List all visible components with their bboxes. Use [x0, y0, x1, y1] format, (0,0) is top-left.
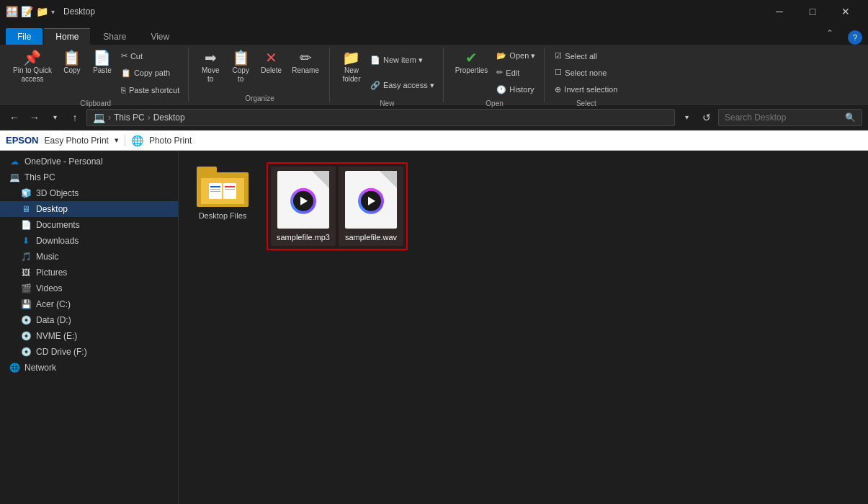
file-area: Desktop Files samplefile.mp3 — [179, 151, 868, 504]
photo-print-globe-icon: 🌐 — [131, 135, 143, 146]
rename-icon: ✏ — [300, 50, 312, 65]
rename-button[interactable]: ✏ Rename — [287, 48, 323, 78]
epson-dropdown-button[interactable]: ▾ — [115, 136, 119, 145]
sidebar-item-pictures[interactable]: 🖼 Pictures — [0, 265, 178, 280]
sidebar-item-acerc[interactable]: 💾 Acer (C:) — [0, 296, 178, 312]
recent-button[interactable]: ▾ — [46, 109, 63, 126]
new-folder-button[interactable]: 📁 Newfolder — [337, 48, 366, 87]
windows-icon: 🪟 — [6, 6, 18, 17]
folder-desktop-files[interactable]: Desktop Files — [190, 162, 255, 224]
select-none-button[interactable]: ☐ Select none — [552, 66, 620, 79]
onedrive-icon: ☁ — [9, 156, 20, 167]
tab-home[interactable]: Home — [44, 28, 90, 45]
file-samplefile-mp3[interactable]: samplefile.mp3 — [271, 167, 336, 246]
network-icon: 🌐 — [9, 362, 20, 373]
sidebar-item-videos[interactable]: 🎬 Videos — [0, 280, 178, 296]
onedrive-label: OneDrive - Personal — [24, 156, 103, 167]
sidebar: ☁ OneDrive - Personal 💻 This PC 🧊 3D Obj… — [0, 151, 179, 504]
tab-file[interactable]: File — [6, 28, 42, 45]
tab-share[interactable]: Share — [91, 28, 138, 45]
pin-to-quick-access-button[interactable]: 📌 Pin to Quickaccess — [9, 48, 56, 87]
search-input[interactable] — [725, 112, 842, 123]
address-bar: ← → ▾ ↑ 💻 › This PC › Desktop ▾ ↺ 🔍 — [0, 105, 868, 131]
pictures-icon: 🖼 — [20, 267, 32, 278]
copy-button[interactable]: 📋 Copy — [58, 48, 86, 78]
title-bar-controls: ─ □ ✕ — [763, 0, 862, 23]
easy-access-button[interactable]: 🔗 Easy access ▾ — [367, 79, 437, 92]
ribbon-collapse-button[interactable]: ⌃ — [813, 22, 846, 45]
sidebar-item-thispc[interactable]: 💻 This PC — [0, 169, 178, 185]
play-triangle-wav — [368, 197, 375, 205]
main-area: ☁ OneDrive - Personal 💻 This PC 🧊 3D Obj… — [0, 151, 868, 504]
copy-to-button[interactable]: 📋 Copyto — [226, 48, 255, 87]
edit-button[interactable]: ✏ Edit — [493, 66, 538, 79]
back-button[interactable]: ← — [6, 109, 23, 126]
play-triangle-mp3 — [300, 197, 308, 205]
path-separator-1: › — [108, 112, 111, 123]
select-all-icon: ☑ — [555, 51, 562, 61]
forward-button[interactable]: → — [26, 109, 43, 126]
drive-e-label: NVME (E:) — [36, 331, 77, 341]
properties-button[interactable]: ✔ Properties — [451, 48, 493, 78]
delete-button[interactable]: ✕ Delete — [256, 48, 286, 78]
path-thispc[interactable]: This PC — [114, 112, 145, 123]
path-desktop[interactable]: Desktop — [153, 112, 185, 123]
sidebar-item-network[interactable]: 🌐 Network — [0, 360, 178, 376]
maximize-button[interactable]: □ — [796, 0, 829, 23]
title-bar-dropdown[interactable]: ▾ — [51, 8, 55, 16]
page-fold-wav — [380, 171, 397, 188]
invert-selection-button[interactable]: ⊕ Invert selection — [552, 84, 620, 96]
address-path[interactable]: 💻 › This PC › Desktop — [86, 109, 675, 126]
refresh-button[interactable]: ↺ — [698, 109, 715, 126]
drive-f-label: CD Drive (F:) — [36, 347, 87, 357]
move-to-button[interactable]: ➡ Moveto — [196, 48, 225, 87]
up-button[interactable]: ↑ — [66, 109, 84, 126]
history-button[interactable]: 🕐 History — [493, 84, 538, 96]
file-samplefile-wav[interactable]: samplefile.wav — [339, 167, 403, 246]
selection-box: samplefile.mp3 samplefile.wav — [267, 162, 408, 250]
sidebar-item-nvmee[interactable]: 💿 NVME (E:) — [0, 328, 178, 344]
sidebar-item-documents[interactable]: 📄 Documents — [0, 217, 178, 233]
copy-path-button[interactable]: 📋 Copy path — [118, 67, 182, 79]
copy-to-icon: 📋 — [232, 50, 250, 65]
minimize-button[interactable]: ─ — [763, 0, 796, 23]
select-all-button[interactable]: ☑ Select all — [552, 50, 620, 62]
copy-icon: 📋 — [63, 50, 81, 65]
folder-overlay — [201, 178, 244, 204]
new-items: 📁 Newfolder 📄 New item ▾ 🔗 Easy access ▾ — [337, 48, 437, 98]
organize-items: ➡ Moveto 📋 Copyto ✕ Delete ✏ Rename — [196, 48, 323, 93]
window-title: Desktop — [63, 6, 757, 17]
ribbon-group-select: ☑ Select all ☐ Select none ⊕ Invert sele… — [546, 48, 626, 102]
sidebar-item-desktop[interactable]: 🖥 Desktop — [0, 201, 178, 217]
thispc-icon: 💻 — [9, 172, 20, 183]
ribbon-content: 📌 Pin to Quickaccess 📋 Copy 📄 Paste ✂ Cu… — [0, 48, 868, 102]
new-item-button[interactable]: 📄 New item ▾ — [367, 54, 437, 66]
videos-icon: 🎬 — [20, 283, 32, 294]
path-separator-2: › — [148, 112, 151, 123]
paste-shortcut-button[interactable]: ⎘ Paste shortcut — [118, 84, 182, 96]
title-bar: 🪟 📝 📁 ▾ Desktop ─ □ ✕ — [0, 0, 868, 23]
help-button[interactable]: ? — [848, 30, 862, 45]
drive-e-icon: 💿 — [20, 330, 32, 342]
address-dropdown-button[interactable]: ▾ — [678, 109, 695, 126]
documents-icon: 📄 — [20, 219, 32, 231]
sidebar-item-onedrive[interactable]: ☁ OneDrive - Personal — [0, 154, 178, 169]
sidebar-item-datad[interactable]: 💿 Data (D:) — [0, 312, 178, 328]
search-bar[interactable]: 🔍 — [718, 109, 862, 126]
open-items: ✔ Properties 📂 Open ▾ ✏ Edit 🕐 History — [451, 48, 539, 98]
sidebar-item-3dobjects[interactable]: 🧊 3D Objects — [0, 185, 178, 201]
close-button[interactable]: ✕ — [829, 0, 862, 23]
open-button[interactable]: 📂 Open ▾ — [493, 50, 538, 62]
videos-label: Videos — [36, 283, 62, 293]
sidebar-scroll[interactable]: ☁ OneDrive - Personal 💻 This PC 🧊 3D Obj… — [0, 151, 178, 504]
tab-view[interactable]: View — [139, 28, 181, 45]
sidebar-item-cddrivef[interactable]: 💿 CD Drive (F:) — [0, 344, 178, 360]
sidebar-item-music[interactable]: 🎵 Music — [0, 249, 178, 265]
sidebar-item-downloads[interactable]: ⬇ Downloads — [0, 233, 178, 249]
paste-button[interactable]: 📄 Paste — [88, 48, 117, 78]
new-label: New — [380, 100, 394, 107]
cut-button[interactable]: ✂ Cut — [118, 50, 182, 62]
ribbon-group-new: 📁 Newfolder 📄 New item ▾ 🔗 Easy access ▾… — [331, 48, 444, 102]
move-icon: ➡ — [205, 50, 217, 65]
downloads-icon: ⬇ — [20, 235, 32, 247]
